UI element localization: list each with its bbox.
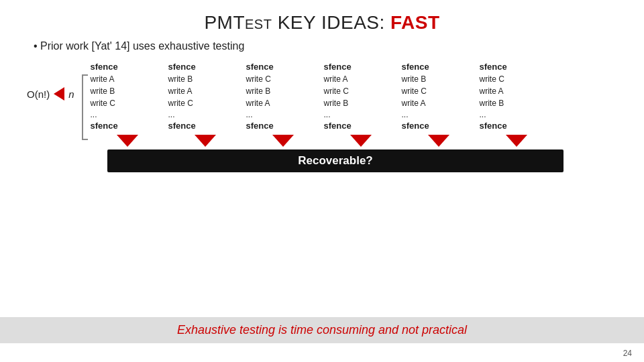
down-arrow-6	[506, 135, 527, 147]
left-arrow-icon	[54, 87, 64, 101]
write-line-2-2: write A	[168, 85, 193, 97]
write-line-3-1: write C	[246, 73, 271, 85]
dots-2: ...	[168, 110, 175, 119]
write-line-4-3: write B	[324, 97, 349, 109]
write-line-1-2: write B	[91, 85, 115, 97]
write-line-2-1: write B	[168, 73, 193, 85]
column-5: sfencewrite Bwrite Cwrite A...sfence	[402, 62, 476, 147]
slide: PMTest KEY IDEAS: FAST • Prior work [Yat…	[0, 0, 644, 362]
sfence-bottom-6: sfence	[480, 121, 507, 131]
title-suffix: est	[245, 12, 272, 33]
sfence-top-1: sfence	[91, 62, 118, 72]
column-2: sfencewrite Bwrite Awrite C...sfence	[168, 62, 242, 147]
sfence-top-3: sfence	[246, 62, 274, 72]
sfence-bottom-5: sfence	[402, 121, 429, 131]
bracket-svg	[80, 74, 89, 141]
down-arrow-2	[195, 135, 216, 147]
write-line-5-2: write C	[402, 85, 427, 97]
slide-title: PMTest KEY IDEAS: FAST	[204, 12, 439, 34]
columns-wrapper: sfencewrite Awrite Bwrite C...sfencesfen…	[80, 62, 553, 147]
dots-4: ...	[324, 110, 331, 119]
column-1: sfencewrite Awrite Bwrite C...sfence	[91, 62, 164, 147]
sfence-bottom-4: sfence	[324, 121, 352, 131]
write-line-4-1: write A	[324, 73, 348, 85]
subtitle: • Prior work [Yat' 14] uses exhaustive t…	[34, 40, 244, 52]
down-arrow-4	[350, 135, 372, 147]
bottom-bar: Exhaustive testing is time consuming and…	[0, 317, 644, 343]
page-number: 24	[623, 349, 632, 358]
sfence-bottom-3: sfence	[246, 121, 274, 131]
sfence-bottom-2: sfence	[168, 121, 196, 131]
on-label-text: O(n!)	[27, 88, 50, 100]
write-line-6-1: write C	[480, 73, 504, 85]
n-label: n	[68, 88, 74, 100]
down-arrow-1	[117, 135, 138, 147]
dots-1: ...	[91, 110, 97, 119]
write-line-5-3: write A	[402, 97, 426, 109]
write-line-4-2: write C	[324, 85, 349, 97]
title-key-ideas: KEY IDEAS:	[272, 12, 390, 33]
sfence-top-4: sfence	[324, 62, 352, 72]
title-fast: FAST	[390, 12, 440, 33]
column-3: sfencewrite Cwrite Bwrite A...sfence	[246, 62, 320, 147]
sfence-top-2: sfence	[168, 62, 196, 72]
dots-3: ...	[246, 110, 253, 119]
on-label-group: O(n!) n	[27, 87, 74, 101]
write-line-3-3: write A	[246, 97, 270, 109]
dots-5: ...	[402, 110, 409, 119]
write-line-1-1: write A	[91, 73, 115, 85]
write-line-5-1: write B	[402, 73, 427, 85]
write-line-2-3: write C	[168, 97, 193, 109]
write-line-3-2: write B	[246, 85, 271, 97]
recoverable-bar: Recoverable?	[107, 149, 564, 172]
down-arrow-5	[428, 135, 449, 147]
dots-6: ...	[480, 110, 486, 119]
main-content: O(n!) n sfencewrite Awrite Bwrite C...sf…	[27, 62, 617, 147]
write-line-6-2: write A	[480, 85, 504, 97]
bottom-bar-text: Exhaustive testing is time consuming and…	[177, 323, 467, 337]
sfence-top-5: sfence	[402, 62, 429, 72]
write-line-1-3: write C	[91, 97, 115, 109]
columns-area: sfencewrite Awrite Bwrite C...sfencesfen…	[91, 62, 553, 147]
title-prefix: PMT	[204, 12, 245, 33]
sfence-bottom-1: sfence	[91, 121, 118, 131]
sfence-top-6: sfence	[480, 62, 507, 72]
down-arrow-3	[272, 135, 294, 147]
column-6: sfencewrite Cwrite Awrite B...sfence	[480, 62, 553, 147]
write-line-6-3: write B	[480, 97, 504, 109]
column-4: sfencewrite Awrite Cwrite B...sfence	[324, 62, 398, 147]
